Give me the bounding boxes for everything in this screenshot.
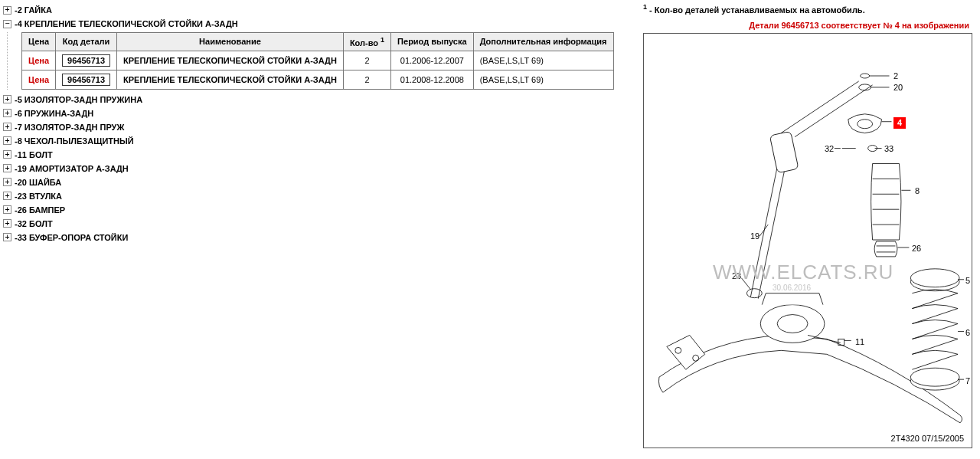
tree-item-7[interactable]: +-7 ИЗОЛЯТОР-ЗАДН ПРУЖ — [3, 120, 637, 134]
callout-6: 6 — [965, 328, 970, 337]
tree-item-6[interactable]: +-6 ПРУЖИНА-ЗАДН — [3, 107, 637, 120]
period-cell: 01.2006-12.2007 — [391, 51, 474, 70]
legend: 1 - Кол-во деталей устанавливаемых на ав… — [643, 3, 974, 18]
diagram-code: 2T4320 07/15/2005 — [891, 434, 964, 443]
expand-icon[interactable]: + — [3, 95, 11, 103]
svg-line-5 — [758, 149, 789, 298]
diagram-marker-4: 4 — [893, 117, 906, 129]
expand-icon[interactable]: + — [3, 233, 11, 241]
tree-item-33[interactable]: +-33 БУФЕР-ОПОРА СТОЙКИ — [3, 231, 637, 244]
tree-item-32[interactable]: +-32 БОЛТ — [3, 217, 637, 231]
tree-item-label: -19 АМОРТИЗАТОР А-ЗАДН — [15, 164, 129, 173]
expand-icon[interactable]: + — [3, 123, 11, 131]
callout-19: 19 — [750, 231, 760, 241]
callout-23: 23 — [732, 271, 741, 280]
tree-item-label: -20 ШАЙБА — [15, 178, 61, 187]
svg-point-20 — [910, 268, 959, 287]
tree-item-11[interactable]: +-11 БОЛТ — [3, 148, 637, 162]
tree-item-label: -6 ПРУЖИНА-ЗАДН — [15, 109, 93, 118]
tree-item-label: -2 ГАЙКА — [15, 5, 52, 15]
tree-item-4[interactable]: − -4 КРЕПЛЕНИЕ ТЕЛЕСКОПИЧЕСКОЙ СТОЙКИ А-… — [3, 17, 637, 31]
info-cell: (BASE,LS,LT 69) — [473, 70, 613, 89]
tree-item-23[interactable]: +-23 ВТУЛКА — [3, 189, 637, 203]
tree-item-5[interactable]: +-5 ИЗОЛЯТОР-ЗАДН ПРУЖИНА — [3, 93, 637, 107]
tree-item-label: -26 БАМПЕР — [15, 205, 65, 215]
watermark-date: 30.06.2016 — [773, 284, 811, 292]
qty-cell: 2 — [343, 51, 390, 70]
price-link[interactable]: Цена — [22, 51, 56, 70]
expand-icon[interactable]: + — [3, 150, 11, 159]
th-price: Цена — [22, 33, 56, 51]
th-name: Наименование — [117, 33, 344, 51]
callout-20: 20 — [893, 83, 903, 92]
part-code[interactable]: 96456713 — [62, 74, 110, 86]
th-period: Период выпуска — [391, 33, 474, 51]
diagram-svg — [644, 34, 972, 448]
parts-diagram[interactable]: 4 2 20 33 32 8 19 26 23 11 5 6 7 WWW.ELC… — [643, 33, 972, 448]
callout-32: 32 — [825, 144, 834, 153]
svg-line-4 — [750, 148, 781, 297]
code-cell: 96456713 — [56, 70, 117, 89]
code-cell: 96456713 — [56, 51, 117, 70]
tree-item-label: -11 БОЛТ — [15, 150, 53, 159]
tree-item-8[interactable]: +-8 ЧЕХОЛ-ПЫЛЕЗАЩИТНЫЙ — [3, 134, 637, 148]
callout-26: 26 — [912, 244, 921, 253]
tree-item-label: -23 ВТУЛКА — [15, 192, 62, 201]
info-cell: (BASE,LS,LT 69) — [473, 51, 613, 70]
parts-table: Цена Код детали Наименование Кол-во 1 Пе… — [21, 32, 614, 90]
svg-point-7 — [746, 288, 762, 297]
callout-5: 5 — [965, 276, 970, 285]
expand-icon[interactable]: + — [3, 192, 11, 200]
expand-icon[interactable]: + — [3, 205, 11, 214]
th-info: Дополнительная информация — [473, 33, 613, 51]
tree-item-19[interactable]: +-19 АМОРТИЗАТОР А-ЗАДН — [3, 162, 637, 175]
callout-8: 8 — [915, 186, 920, 195]
tree-item-20[interactable]: +-20 ШАЙБА — [3, 175, 637, 189]
expand-icon[interactable]: + — [3, 109, 11, 117]
expand-icon[interactable]: + — [3, 6, 11, 15]
tree-item-label: -8 ЧЕХОЛ-ПЫЛЕЗАЩИТНЫЙ — [15, 136, 134, 146]
period-cell: 01.2008-12.2008 — [391, 70, 474, 89]
tree-item-26[interactable]: +-26 БАМПЕР — [3, 203, 637, 217]
legend-highlight: Детали 96456713 соответствует № 4 на изо… — [643, 18, 974, 33]
price-link[interactable]: Цена — [22, 70, 56, 89]
qty-cell: 2 — [343, 70, 390, 89]
tree-item-content: Цена Код детали Наименование Кол-во 1 Пе… — [7, 32, 637, 90]
callout-11: 11 — [855, 337, 864, 346]
tree-item-2[interactable]: + -2 ГАЙКА — [3, 3, 637, 17]
expand-icon[interactable]: + — [3, 164, 11, 172]
tree-item-label: -7 ИЗОЛЯТОР-ЗАДН ПРУЖ — [15, 123, 124, 132]
table-row: Цена 96456713 КРЕПЛЕНИЕ ТЕЛЕСКОПИЧЕСКОЙ … — [22, 70, 614, 89]
tree-item-label: -33 БУФЕР-ОПОРА СТОЙКИ — [15, 233, 128, 242]
svg-rect-6 — [769, 131, 799, 172]
name-cell: КРЕПЛЕНИЕ ТЕЛЕСКОПИЧЕСКОЙ СТОЙКИ А-ЗАДН — [117, 51, 344, 70]
tree-item-label: -4 КРЕПЛЕНИЕ ТЕЛЕСКОПИЧЕСКОЙ СТОЙКИ А-ЗА… — [15, 19, 238, 28]
svg-point-22 — [910, 368, 959, 386]
collapse-icon[interactable]: − — [3, 20, 11, 28]
th-code: Код детали — [56, 33, 117, 51]
part-code[interactable]: 96456713 — [62, 54, 110, 67]
callout-33: 33 — [884, 144, 893, 153]
expand-icon[interactable]: + — [3, 136, 11, 145]
svg-line-36 — [781, 81, 859, 133]
callout-2: 2 — [893, 71, 898, 80]
callout-7: 7 — [965, 376, 970, 385]
table-row: Цена 96456713 КРЕПЛЕНИЕ ТЕЛЕСКОПИЧЕСКОЙ … — [22, 51, 614, 70]
svg-line-30 — [760, 225, 768, 236]
svg-line-31 — [741, 277, 750, 289]
expand-icon[interactable]: + — [3, 219, 11, 228]
name-cell: КРЕПЛЕНИЕ ТЕЛЕСКОПИЧЕСКОЙ СТОЙКИ А-ЗАДН — [117, 70, 344, 89]
tree-item-label: -32 БОЛТ — [15, 219, 53, 228]
parts-tree: + -2 ГАЙКА − -4 КРЕПЛЕНИЕ ТЕЛЕСКОПИЧЕСКО… — [3, 3, 637, 448]
tree-item-label: -5 ИЗОЛЯТОР-ЗАДН ПРУЖИНА — [15, 95, 142, 104]
svg-point-10 — [861, 74, 870, 78]
expand-icon[interactable]: + — [3, 178, 11, 186]
th-qty: Кол-во 1 — [343, 33, 390, 51]
